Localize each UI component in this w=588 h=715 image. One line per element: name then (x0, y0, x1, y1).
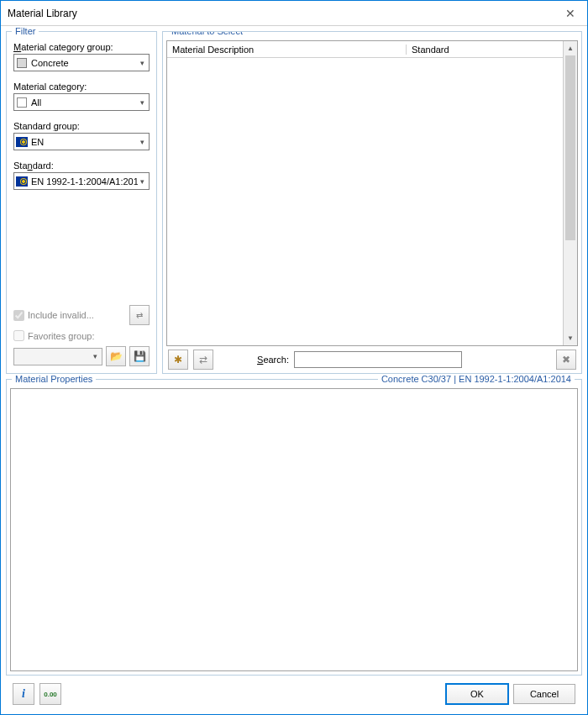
filter-panel: Filter Material category group: Concrete… (6, 31, 157, 374)
material-category-value: All (31, 97, 138, 108)
all-icon (16, 97, 28, 108)
window-title: Material Library (8, 8, 554, 19)
eu-flag-icon (16, 136, 28, 148)
standard-value: EN 1992-1-1:2004/A1:2014 (31, 176, 138, 187)
scroll-thumb[interactable] (565, 55, 575, 240)
material-properties-panel: Material Properties Concrete C30/37 | EN… (6, 379, 582, 676)
search-label: Search: (257, 355, 289, 365)
favorites-group-check[interactable]: Favorites group: (13, 330, 150, 341)
material-table-header: Material Description Standard (167, 41, 563, 58)
scroll-up-icon[interactable]: ▲ (564, 41, 577, 55)
vertical-scrollbar[interactable]: ▲ ▼ (563, 41, 577, 345)
include-invalid-label: Include invalid... (28, 310, 94, 320)
chevron-down-icon: ▾ (91, 352, 100, 360)
properties-context: Concrete C30/37 | EN 1992-1-1:2004/A1:20… (378, 374, 575, 384)
chevron-down-icon: ▾ (138, 177, 147, 186)
new-material-button[interactable]: ✱ (168, 350, 188, 370)
content: Filter Material category group: Concrete… (1, 26, 587, 714)
col-description[interactable]: Material Description (167, 45, 407, 55)
clear-search-button[interactable]: ✖ (556, 350, 576, 370)
include-invalid-check[interactable]: Include invalid... ⇄ (13, 305, 150, 325)
material-select-title: Material to Select (168, 31, 246, 36)
eu-flag-icon (16, 176, 28, 187)
include-invalid-checkbox[interactable] (13, 310, 24, 321)
ok-button[interactable]: OK (446, 684, 508, 704)
material-category-group-combo[interactable]: Concrete ▾ (13, 54, 150, 71)
dialog-window: Material Library ✕ Filter Material categ… (0, 0, 588, 715)
chevron-down-icon: ▾ (138, 59, 147, 67)
search-input[interactable] (294, 351, 462, 368)
standard-label: Standard: (13, 160, 150, 171)
favorites-save-button[interactable]: 💾 (129, 346, 150, 366)
standard-group-value: EN (31, 137, 138, 147)
properties-title: Material Properties (12, 374, 96, 384)
favorites-group-label: Favorites group: (28, 331, 94, 341)
material-category-group-label: Material category group: (13, 42, 150, 52)
import-material-button[interactable]: ⇄ (193, 350, 213, 370)
titlebar: Material Library ✕ (1, 1, 587, 26)
favorites-combo[interactable]: ▾ (13, 348, 102, 365)
favorites-open-button[interactable]: 📂 (106, 346, 126, 366)
close-button[interactable]: ✕ (554, 1, 587, 26)
chevron-down-icon: ▾ (138, 138, 147, 146)
decimals-button[interactable]: 0.00 (39, 683, 61, 705)
chevron-down-icon: ▾ (138, 98, 147, 107)
material-category-group-value: Concrete (31, 58, 138, 68)
scroll-down-icon[interactable]: ▼ (564, 331, 577, 345)
material-rows (167, 58, 563, 345)
material-select-panel: Material to Select Material Description … (162, 31, 582, 374)
material-table: Material Description Standard ▲ ▼ (166, 40, 578, 346)
col-standard[interactable]: Standard (407, 45, 563, 55)
concrete-icon (16, 57, 28, 69)
standard-group-label: Standard group: (13, 121, 150, 131)
properties-grid (10, 388, 578, 671)
filter-title: Filter (12, 26, 39, 36)
favorites-group-checkbox[interactable] (13, 330, 24, 341)
material-category-label: Material category: (13, 81, 150, 92)
standard-combo[interactable]: EN 1992-1-1:2004/A1:2014 ▾ (13, 172, 150, 190)
standard-group-combo[interactable]: EN ▾ (13, 133, 150, 150)
dialog-footer: i 0.00 OK Cancel (6, 681, 582, 712)
help-button[interactable]: i (13, 683, 34, 705)
material-category-combo[interactable]: All ▾ (13, 93, 150, 111)
filter-settings-button[interactable]: ⇄ (129, 305, 150, 325)
cancel-button[interactable]: Cancel (513, 684, 575, 704)
